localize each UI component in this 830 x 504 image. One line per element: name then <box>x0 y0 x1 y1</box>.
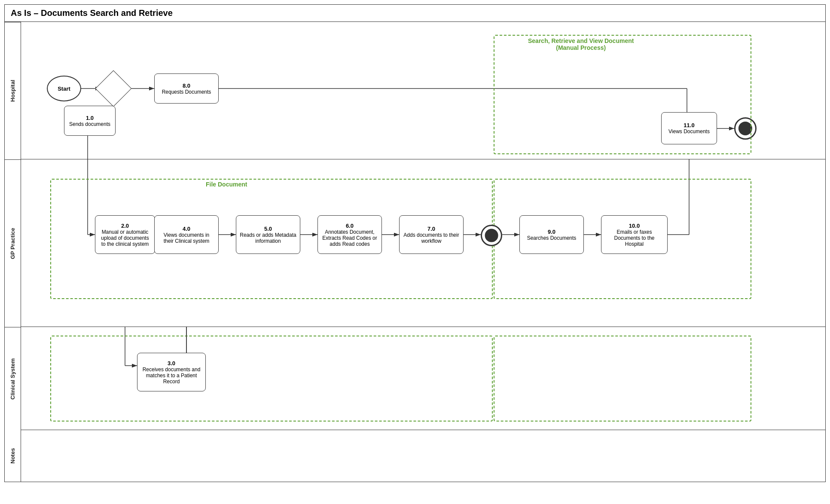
intermediate-event-gp <box>481 225 502 246</box>
diagram-container: Hospital GP Practice Clinical System Not… <box>4 22 826 482</box>
lane-labels: Hospital GP Practice Clinical System Not… <box>5 22 21 482</box>
dashed-search-clinical <box>494 336 751 422</box>
node-2: 2.0 Manual or automatic upload of docume… <box>95 215 155 254</box>
lane-label-notes: Notes <box>5 430 21 482</box>
lane-notes <box>21 430 825 482</box>
node-6: 6.0 Annotates Document, Extracts Read Co… <box>317 215 382 254</box>
node-8: 8.0 Requests Documents <box>154 73 219 104</box>
node-4: 4.0 Views documents in their Clinical sy… <box>154 215 219 254</box>
node-1: 1.0 Sends documents <box>64 106 116 136</box>
node-7: 7.0 Adds documents to their workflow <box>399 215 464 254</box>
file-document-label: File Document <box>206 181 247 188</box>
node-3: 3.0 Receives documents and matches it to… <box>137 353 206 391</box>
lane-clinical: 3.0 Receives documents and matches it to… <box>21 327 825 430</box>
lane-label-clinical: Clinical System <box>5 327 21 430</box>
gateway-diamond <box>95 70 132 107</box>
start-node: Start <box>47 76 81 101</box>
node-9: 9.0 Searches Documents <box>519 215 584 254</box>
node-5: 5.0 Reads or adds Metadata information <box>236 215 300 254</box>
search-retrieve-label: Search, Retrieve and View Document (Manu… <box>528 37 634 51</box>
lanes-content: Start 8.0 Requests Documents 1.0 Sends d… <box>21 22 825 482</box>
lane-label-gp: GP Practice <box>5 159 21 327</box>
page: As Is – Documents Search and Retrieve Ho… <box>0 0 830 504</box>
dashed-search-retrieve-hospital <box>494 35 751 154</box>
lane-label-hospital: Hospital <box>5 22 21 159</box>
dashed-file-clinical <box>50 336 493 422</box>
lane-gp: File Document 2.0 Manual or automatic up… <box>21 159 825 327</box>
page-title: As Is – Documents Search and Retrieve <box>4 4 826 22</box>
lane-hospital: Start 8.0 Requests Documents 1.0 Sends d… <box>21 22 825 159</box>
node-10: 10.0 Emails or faxes Documents to the Ho… <box>601 215 668 254</box>
